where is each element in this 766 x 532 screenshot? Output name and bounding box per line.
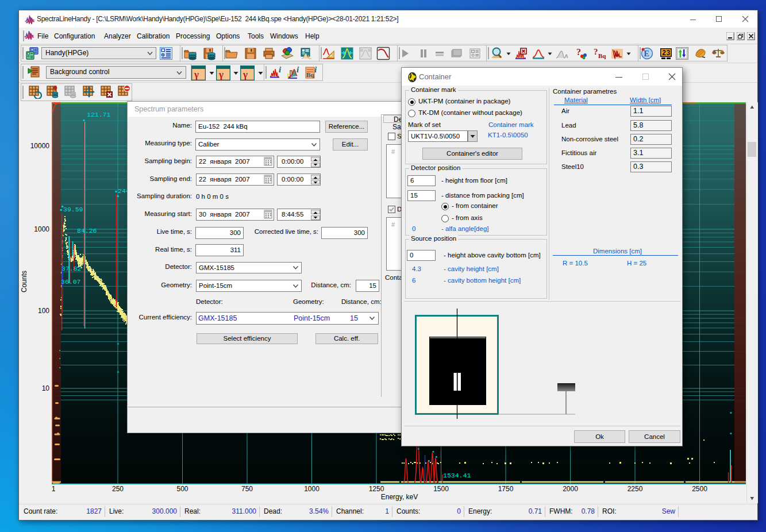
- svg-text:Bq: Bq: [306, 71, 314, 78]
- svg-text:Energy, keV: Energy, keV: [381, 493, 418, 501]
- svg-text:1534.41: 1534.41: [443, 472, 471, 479]
- svg-text:121.71: 121.71: [87, 111, 111, 118]
- svg-text:1000: 1000: [34, 225, 49, 233]
- svg-text:100: 100: [38, 307, 49, 315]
- svg-text:1750: 1750: [498, 485, 514, 493]
- svg-text:2500: 2500: [692, 485, 707, 493]
- svg-text:10: 10: [42, 384, 50, 392]
- svg-text:?: ?: [594, 47, 598, 56]
- svg-text:Counts: Counts: [20, 271, 28, 292]
- svg-text:500: 500: [176, 485, 188, 493]
- svg-text:1000: 1000: [304, 485, 320, 493]
- svg-text:γ: γ: [242, 69, 248, 80]
- svg-text:2000: 2000: [563, 485, 578, 493]
- svg-text:γ: γ: [218, 69, 224, 80]
- svg-text:1250: 1250: [369, 485, 384, 493]
- svg-text:1: 1: [52, 485, 56, 493]
- svg-text:750: 750: [241, 485, 253, 493]
- svg-text:i: i: [297, 65, 299, 74]
- svg-text:γ: γ: [194, 69, 199, 80]
- svg-text:γ: γ: [613, 47, 617, 56]
- svg-text:i: i: [314, 65, 317, 74]
- svg-text:Bq: Bq: [598, 52, 606, 59]
- svg-text:?: ?: [576, 47, 581, 57]
- svg-text:i: i: [279, 65, 282, 74]
- svg-text:23: 23: [662, 49, 670, 57]
- svg-text:1500: 1500: [433, 485, 449, 493]
- svg-text:E: E: [644, 49, 649, 58]
- svg-text:2250: 2250: [628, 485, 643, 493]
- svg-text:250: 250: [112, 485, 124, 493]
- svg-text:10000: 10000: [30, 142, 50, 150]
